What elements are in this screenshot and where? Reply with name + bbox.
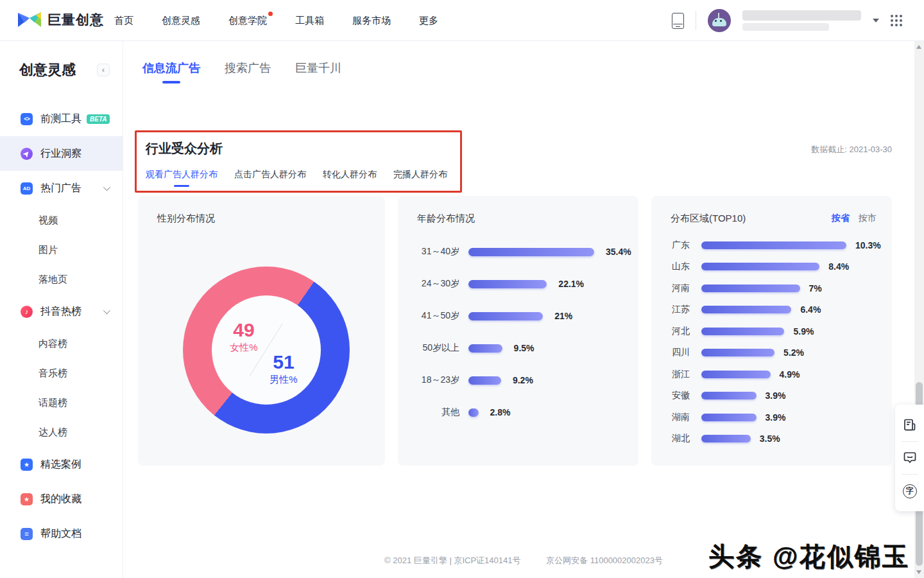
sidebar-item-help-docs[interactable]: ≡ 帮助文档 xyxy=(0,516,123,551)
folder-star-icon: ★ xyxy=(21,493,33,505)
sidebar-title: 创意灵感 xyxy=(19,60,76,80)
subtab-click-audience[interactable]: 点击广告人群分布 xyxy=(234,169,306,187)
age-bar-label: 50岁以上 xyxy=(413,342,459,354)
region-bar-value: 4.9% xyxy=(780,369,800,380)
subtab-completion-audience[interactable]: 完播人群分布 xyxy=(393,169,447,187)
region-bar-chart: 广东 10.3% 山东 8.4% 河南 7% 江苏 xyxy=(651,234,892,450)
age-bar-row: 31～40岁 35.4% xyxy=(398,236,638,268)
age-bar-value: 9.5% xyxy=(514,343,535,353)
sidebar: 创意灵感 ‹ <> 前测工具 BETA 行业洞察 AD 热门广告 视频 图片 落… xyxy=(0,41,123,578)
feedback-chat-icon[interactable] xyxy=(895,442,924,475)
subtab-view-audience[interactable]: 观看广告人群分布 xyxy=(146,169,218,187)
age-bar-chart: 31～40岁 35.4% 24～30岁 22.1% 41～50岁 21% xyxy=(398,236,638,428)
toutiao-watermark: 头条 @花似锦玉 xyxy=(708,539,910,574)
sidebar-item-featured-cases[interactable]: ★ 精选案例 xyxy=(0,447,123,482)
region-bar-row: 广东 10.3% xyxy=(651,234,892,256)
news-doc-icon[interactable] xyxy=(895,408,924,441)
toggle-by-city[interactable]: 按市 xyxy=(859,213,877,224)
age-bar-label: 18～23岁 xyxy=(413,374,459,386)
region-bar-value: 10.3% xyxy=(855,240,881,250)
age-bar-row: 41～50岁 21% xyxy=(398,300,638,332)
mobile-device-icon[interactable] xyxy=(672,13,684,29)
menu-toolbox[interactable]: 工具箱 xyxy=(295,15,324,27)
menu-academy[interactable]: 创意学院 xyxy=(228,15,267,27)
sidebar-item-hot-ads[interactable]: AD 热门广告 xyxy=(0,171,123,206)
age-bar-label: 31～40岁 xyxy=(413,246,459,258)
chevron-down-icon[interactable] xyxy=(873,19,879,22)
region-bar xyxy=(701,371,771,378)
scroll-up-arrow[interactable] xyxy=(916,45,921,49)
age-bar-value: 9.2% xyxy=(513,375,533,385)
region-bar-row: 四川 5.2% xyxy=(651,342,892,364)
menu-more[interactable]: 更多 xyxy=(419,15,438,27)
region-bar-label: 河北 xyxy=(671,326,690,337)
age-distribution-card: 年龄分布情况 31～40岁 35.4% 24～30岁 22.1% 41～50岁 xyxy=(398,196,638,466)
region-bar-value: 5.9% xyxy=(793,326,814,337)
region-bar-label: 湖南 xyxy=(671,412,690,423)
age-bar xyxy=(468,312,543,320)
sidebar-item-landing-page[interactable]: 落地页 xyxy=(0,265,123,294)
region-bar xyxy=(701,349,774,356)
age-bar-label: 24～30岁 xyxy=(413,278,459,290)
age-bar-value: 2.8% xyxy=(490,407,511,417)
audience-analysis-section-highlight: 行业受众分析 观看广告人群分布 点击广告人群分布 转化人群分布 完播人群分布 xyxy=(135,130,462,193)
navbar-right xyxy=(672,0,902,41)
tab-qianchuan[interactable]: 巨量千川 xyxy=(295,60,341,83)
sidebar-item-my-favorites[interactable]: ★ 我的收藏 xyxy=(0,482,123,516)
age-bar-label: 41～50岁 xyxy=(413,310,459,322)
region-bar-value: 3.5% xyxy=(760,434,780,444)
region-bar-row: 浙江 4.9% xyxy=(651,363,892,385)
font-language-icon[interactable]: 字 xyxy=(895,475,924,507)
data-cutoff-date: 数据截止: 2021-03-30 xyxy=(811,144,892,155)
region-bar xyxy=(701,241,846,249)
region-bar-row: 湖北 3.5% xyxy=(651,428,892,450)
age-bar-row: 24～30岁 22.1% xyxy=(398,268,638,300)
juliang-logo-icon xyxy=(17,9,42,31)
sidebar-item-talent-rank[interactable]: 达人榜 xyxy=(0,417,123,447)
sidebar-item-music-rank[interactable]: 音乐榜 xyxy=(0,358,123,388)
apps-grid-icon[interactable] xyxy=(891,15,902,26)
sidebar-item-topic-rank[interactable]: 话题榜 xyxy=(0,388,123,417)
main-menu: 首页 创意灵感 创意学院 工具箱 服务市场 更多 xyxy=(114,0,438,41)
region-bar xyxy=(701,435,751,442)
scroll-down-arrow[interactable] xyxy=(916,570,921,574)
security-record-text: 京公网安备 11000002002023号 xyxy=(546,556,663,565)
menu-market[interactable]: 服务市场 xyxy=(352,15,391,27)
tab-search-ads[interactable]: 搜索广告 xyxy=(225,60,271,83)
region-bar-label: 浙江 xyxy=(671,369,690,380)
tab-feed-ads[interactable]: 信息流广告 xyxy=(142,60,200,83)
chevron-down-icon xyxy=(103,307,110,314)
music-note-icon: ♪ xyxy=(21,306,33,318)
age-bar xyxy=(468,248,594,256)
divider xyxy=(696,11,696,30)
region-bar-value: 7% xyxy=(809,283,822,293)
sidebar-item-content-rank[interactable]: 内容榜 xyxy=(0,329,123,358)
avatar[interactable] xyxy=(708,9,731,32)
menu-home[interactable]: 首页 xyxy=(114,15,133,27)
female-share: 49 女性% xyxy=(215,320,273,354)
brand-name: 巨量创意 xyxy=(47,11,104,29)
region-bar-row: 河北 5.9% xyxy=(651,320,892,342)
subtab-conversion-audience[interactable]: 转化人群分布 xyxy=(323,169,377,187)
menu-inspiration[interactable]: 创意灵感 xyxy=(162,15,200,27)
sidebar-item-video[interactable]: 视频 xyxy=(0,206,123,235)
age-bar xyxy=(468,408,479,417)
region-bar-value: 6.4% xyxy=(800,304,821,315)
region-bar-label: 江苏 xyxy=(671,304,690,315)
main-content: 信息流广告 搜索广告 巨量千川 行业受众分析 观看广告人群分布 点击广告人群分布… xyxy=(123,41,924,578)
age-bar-row: 其他 2.8% xyxy=(398,396,638,428)
sidebar-item-industry-insight[interactable]: 行业洞察 xyxy=(0,136,123,171)
sidebar-item-pretest-tool[interactable]: <> 前测工具 BETA xyxy=(0,101,123,136)
region-bar xyxy=(701,306,791,313)
gender-distribution-card: 性别分布情况 49 女性% 51 男性% xyxy=(138,196,385,466)
region-bar-row: 安徽 3.9% xyxy=(651,385,892,407)
sidebar-item-image[interactable]: 图片 xyxy=(0,235,123,265)
sidebar-collapse-button[interactable]: ‹ xyxy=(97,64,110,76)
region-bar-value: 8.4% xyxy=(828,261,849,272)
sidebar-item-douyin-hot[interactable]: ♪ 抖音热榜 xyxy=(0,294,123,329)
toggle-by-province[interactable]: 按省 xyxy=(832,213,850,224)
age-bar-row: 18～23岁 9.2% xyxy=(398,364,638,396)
age-bar-value: 22.1% xyxy=(558,279,584,289)
gender-donut-chart: 49 女性% 51 男性% xyxy=(183,267,350,434)
brand-logo[interactable]: 巨量创意 xyxy=(17,9,104,31)
